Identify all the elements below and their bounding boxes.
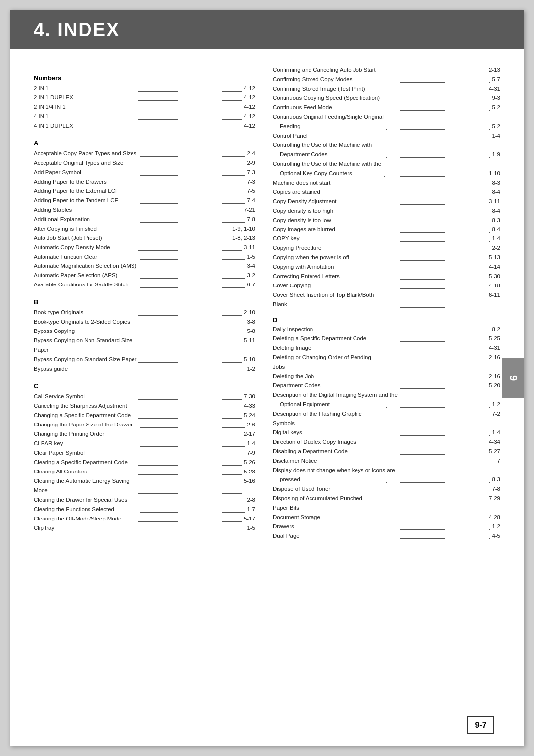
entry-label: Display does not change when keys or ico… — [273, 466, 500, 475]
entry-label: Automatic Paper Selection (APS) — [34, 271, 138, 280]
index-entry: 4 IN 1 DUPLEX 4-12 — [34, 121, 255, 131]
entry-label: pressed — [280, 475, 384, 484]
index-entry: COPY key 1-4 — [273, 234, 500, 243]
entry-label: 2 IN 1/4 IN 1 — [34, 102, 136, 112]
entry-label: Copy density is too high — [273, 206, 381, 216]
index-entry: Cover Sheet Insertion of Top Blank/Both … — [273, 290, 500, 309]
header-bar: 4. INDEX — [10, 10, 524, 49]
index-entry: Copy images are blurred 8-4 — [273, 225, 500, 234]
index-entry: Clearing All Counters 5-28 — [34, 467, 255, 476]
entry-label: Clearing the Drawer for Special Uses — [34, 495, 138, 505]
entry-page: 5-2 — [492, 122, 500, 131]
entry-page: 3-4 — [247, 261, 255, 271]
entry-label: Department Codes — [280, 150, 384, 159]
entry-label: Acceptable Copy Paper Types and Sizes — [34, 149, 138, 158]
entry-page: 1-9, 1-10 — [232, 224, 255, 234]
right-column: Confirming and Canceling Auto Job Start … — [267, 65, 500, 540]
entry-label: Bypass Copying on Non-Standard Size Pape… — [34, 336, 136, 355]
entry-page: 4-28 — [489, 513, 500, 522]
entry-page: 7-3 — [247, 168, 255, 177]
entry-page: 1-4 — [492, 131, 500, 141]
entry-label: Add Paper Symbol — [34, 168, 138, 177]
index-entry: 2 IN 1/4 IN 1 4-12 — [34, 102, 255, 112]
index-entry: Continuous Original Feeding/Single Origi… — [273, 112, 500, 122]
entry-label: Adding Staples — [34, 205, 136, 215]
index-entry: Display does not change when keys or ico… — [273, 466, 500, 475]
entry-page: 4-34 — [489, 437, 500, 447]
index-entry: Machine does not start 8-3 — [273, 178, 500, 188]
index-entry: Clip tray 1-5 — [34, 523, 255, 533]
entry-label: Clear Paper Symbol — [34, 448, 138, 458]
index-entry: Description of the Digital Imaging Syste… — [273, 390, 500, 400]
entry-label: Department Codes — [273, 381, 379, 390]
entry-page: 1-9 — [492, 150, 500, 159]
index-entry: Disposing of Accumulated Punched Paper B… — [273, 494, 500, 513]
entry-page: 3-11 — [489, 197, 500, 206]
index-entry: Correcting Entered Letters 5-30 — [273, 272, 500, 281]
index-entry: CLEAR key 1-4 — [34, 439, 255, 448]
entry-page: 7 — [497, 456, 500, 466]
index-entry: Adding Paper to the Drawers 7-3 — [34, 177, 255, 187]
index-entry: Disabling a Department Code 5-27 — [273, 447, 500, 456]
entry-label: CLEAR key — [34, 439, 138, 448]
entry-label: Deleting the Job — [273, 372, 379, 381]
index-entry: Book-type Originals 2-10 — [34, 308, 255, 317]
index-entry: Confirming and Canceling Auto Job Start … — [273, 65, 500, 75]
index-entry: Clearing the Functions Selected 1-7 — [34, 505, 255, 514]
entry-page: 8-4 — [492, 188, 500, 197]
page-title: 4. INDEX — [34, 19, 120, 41]
entry-page: 4-33 — [244, 401, 255, 411]
entry-label: Automatic Magnification Selection (AMS) — [34, 261, 138, 271]
entry-page: 2-16 — [489, 372, 500, 381]
index-entry: Drawers 1-2 — [273, 522, 500, 531]
entry-page: 4-12 — [244, 84, 255, 93]
entry-page: 4-12 — [244, 102, 255, 112]
entry-page: 4-31 — [489, 343, 500, 353]
entry-label: Confirming and Canceling Auto Job Start — [273, 65, 379, 75]
index-entry: Feeding 5-2 — [273, 122, 500, 131]
index-entry: 4 IN 1 4-12 — [34, 112, 255, 121]
entry-label: Clearing the Functions Selected — [34, 505, 138, 514]
entry-label: Adding Paper to the Drawers — [34, 177, 138, 187]
entry-label: Bypass Copying — [34, 327, 138, 336]
entry-page: 5-26 — [244, 458, 255, 467]
entry-label: Changing the Paper Size of the Drawer — [34, 420, 138, 429]
entry-page: 5-7 — [492, 75, 500, 84]
index-entry: Dual Page 4-5 — [273, 531, 500, 541]
entry-label: Copying when the power is off — [273, 253, 379, 262]
entry-page: 5-11 — [244, 336, 255, 355]
entry-label: Drawers — [273, 522, 381, 531]
index-entry: Document Storage 4-28 — [273, 513, 500, 522]
entry-page: 8-3 — [492, 178, 500, 188]
entry-page: 1-7 — [247, 505, 255, 514]
entry-label: Control Panel — [273, 131, 381, 141]
section-heading: Numbers — [34, 74, 255, 82]
entry-label: Automatic Copy Density Mode — [34, 243, 136, 252]
entry-label: 4 IN 1 — [34, 112, 136, 121]
entry-label: Book-type Originals to 2-Sided Copies — [34, 317, 138, 327]
entry-page: 3-8 — [247, 317, 255, 327]
index-entry: Daily Inspection 8-2 — [273, 325, 500, 334]
entry-page: 7-21 — [244, 205, 255, 215]
entry-label: Disabling a Department Code — [273, 447, 379, 456]
index-entry: Controlling the Use of the Machine with … — [273, 159, 500, 169]
entry-page: 5-8 — [247, 327, 255, 336]
entry-page: 5-27 — [489, 447, 500, 456]
index-entry: Copying Procedure 2-2 — [273, 243, 500, 253]
entry-page: 1-2 — [247, 364, 255, 374]
index-entry: Clearing the Automatic Energy Saving Mod… — [34, 476, 255, 495]
entry-label: Clearing All Counters — [34, 467, 136, 476]
entry-label: Cover Copying — [273, 281, 379, 290]
index-entry: Continuous Feed Mode 5-2 — [273, 103, 500, 112]
index-entry: Clearing a Specific Department Code 5-26 — [34, 458, 255, 467]
index-entry: Acceptable Copy Paper Types and Sizes 2-… — [34, 149, 255, 158]
entry-label: Continuous Original Feeding/Single Origi… — [273, 112, 500, 122]
entry-label: Confirming Stored Copy Modes — [273, 75, 381, 84]
entry-page: 2-10 — [244, 308, 255, 317]
entry-page: 1-2 — [492, 400, 500, 409]
entry-label: Acceptable Original Types and Size — [34, 158, 138, 168]
entry-page: 2-2 — [492, 243, 500, 253]
index-entry: Copy Density Adjustment 3-11 — [273, 197, 500, 206]
entry-page: 8-4 — [492, 225, 500, 234]
index-entry: Copy density is too high 8-4 — [273, 206, 500, 216]
